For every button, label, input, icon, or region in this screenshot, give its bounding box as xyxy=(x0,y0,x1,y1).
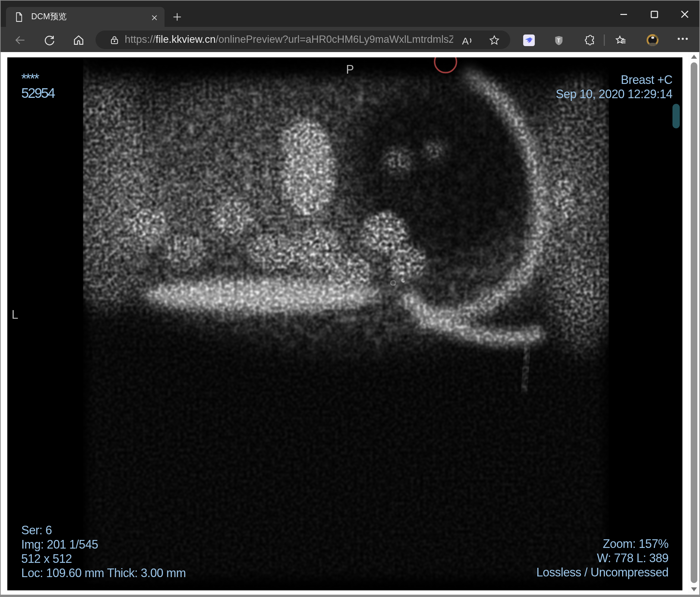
svg-text:T: T xyxy=(557,37,560,44)
svg-text:A: A xyxy=(462,35,469,47)
